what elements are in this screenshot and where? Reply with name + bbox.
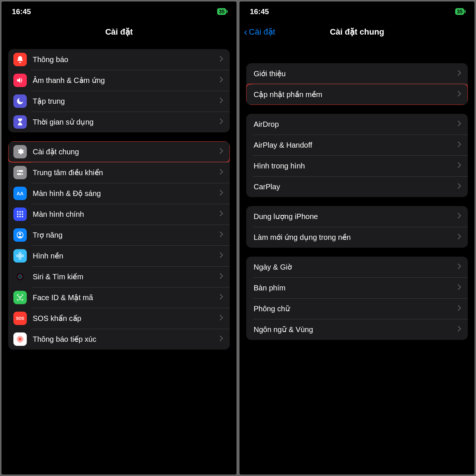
row-label: Âm thanh & Cảm ứng <box>33 76 219 85</box>
faceid-icon <box>13 291 27 304</box>
row-wallpaper[interactable]: Hình nền <box>8 245 230 266</box>
row-control-center[interactable]: Trung tâm điều khiển <box>8 162 230 183</box>
switches-icon <box>13 166 27 179</box>
svg-point-22 <box>19 257 21 260</box>
settings-group-1: Thông báoÂm thanh & Cảm ứngTập trungThời… <box>8 49 230 132</box>
chevron-right-icon <box>219 252 223 260</box>
svg-rect-12 <box>17 213 19 215</box>
svg-rect-15 <box>17 216 19 218</box>
svg-rect-16 <box>19 216 21 218</box>
flower-icon <box>13 249 27 263</box>
row-sounds[interactable]: Âm thanh & Cảm ứng <box>8 70 230 91</box>
svg-rect-10 <box>19 211 21 213</box>
row-label: Thông báo tiếp xúc <box>33 335 219 344</box>
chevron-right-icon <box>457 305 461 312</box>
svg-point-32 <box>19 338 21 340</box>
screen-general: 16:45 35 ‹ Cài đặt Cài đặt chung Giới th… <box>239 1 475 475</box>
svg-point-21 <box>19 253 21 255</box>
AA-icon: AA <box>13 187 27 200</box>
chevron-right-icon <box>457 162 461 170</box>
row-siri[interactable]: Siri & Tìm kiếm <box>8 266 230 287</box>
row-language-region[interactable]: Ngôn ngữ & Vùng <box>246 319 468 340</box>
row-label: Hình nền <box>33 251 219 260</box>
chevron-right-icon <box>219 335 223 343</box>
chevron-right-icon <box>219 148 223 155</box>
row-label: Làm mới ứng dụng trong nền <box>254 233 457 242</box>
svg-point-20 <box>19 255 21 257</box>
battery-icon: 35 <box>455 8 464 15</box>
row-sos[interactable]: SOSSOS khẩn cấp <box>8 308 230 329</box>
svg-point-5 <box>18 170 19 171</box>
gear-icon <box>13 145 27 158</box>
row-airplay-handoff[interactable]: AirPlay & Handoff <box>246 135 468 155</box>
chevron-right-icon <box>457 70 461 77</box>
row-label: Ngôn ngữ & Vùng <box>254 325 457 334</box>
row-iphone-storage[interactable]: Dung lượng iPhone <box>246 206 468 227</box>
chevron-right-icon <box>219 190 223 197</box>
page-title: Cài đặt chung <box>330 27 384 37</box>
chevron-right-icon <box>457 234 461 241</box>
row-pip[interactable]: Hình trong hình <box>246 155 468 176</box>
chevron-right-icon <box>219 97 223 105</box>
chevron-right-icon <box>457 213 461 220</box>
row-label: Bàn phím <box>254 284 457 292</box>
chevron-right-icon <box>219 315 223 322</box>
row-label: AirDrop <box>254 120 457 129</box>
row-general[interactable]: Cài đặt chung <box>8 141 230 162</box>
row-focus[interactable]: Tập trung <box>8 91 230 112</box>
chevron-right-icon <box>219 77 223 84</box>
row-date-time[interactable]: Ngày & Giờ <box>246 257 468 277</box>
chevron-right-icon <box>219 294 223 301</box>
chevron-right-icon <box>457 326 461 333</box>
moon-icon <box>13 94 27 108</box>
chevron-right-icon <box>219 210 223 218</box>
row-home-screen[interactable]: Màn hình chính <box>8 204 230 225</box>
svg-point-19 <box>19 233 21 235</box>
row-screentime[interactable]: Thời gian sử dụng <box>8 112 230 132</box>
row-accessibility[interactable]: Trợ năng <box>8 225 230 245</box>
svg-point-29 <box>19 296 19 297</box>
status-time: 16:45 <box>12 7 31 16</box>
svg-point-23 <box>17 255 19 257</box>
svg-rect-9 <box>17 211 19 213</box>
row-about[interactable]: Giới thiệu <box>246 63 468 84</box>
row-display[interactable]: AAMàn hình & Độ sáng <box>8 183 230 204</box>
row-label: Tập trung <box>33 97 219 106</box>
grid-icon <box>13 208 27 221</box>
row-faceid[interactable]: Face ID & Mật mã <box>8 287 230 308</box>
row-label: Giới thiệu <box>254 69 457 78</box>
chevron-right-icon <box>457 91 461 98</box>
general-group-3: Dung lượng iPhoneLàm mới ứng dụng trong … <box>246 206 468 248</box>
siri-icon <box>13 270 27 283</box>
back-button[interactable]: ‹ Cài đặt <box>244 27 275 37</box>
chevron-right-icon <box>219 231 223 239</box>
general-group-1: Giới thiệuCập nhật phần mềm <box>246 63 468 105</box>
row-label: Màn hình & Độ sáng <box>33 189 219 198</box>
row-airdrop[interactable]: AirDrop <box>246 114 468 135</box>
row-notifications[interactable]: Thông báo <box>8 49 230 70</box>
row-carplay[interactable]: CarPlay <box>246 176 468 197</box>
navbar: ‹ Cài đặt Cài đặt chung <box>239 22 475 42</box>
svg-rect-11 <box>22 211 23 213</box>
row-software-update[interactable]: Cập nhật phần mềm <box>246 84 468 105</box>
row-label: Hình trong hình <box>254 162 457 170</box>
row-keyboard[interactable]: Bàn phím <box>246 277 468 298</box>
general-group-4: Ngày & GiờBàn phímPhông chữNgôn ngữ & Vù… <box>246 257 468 340</box>
battery-icon: 35 <box>217 8 226 15</box>
chevron-right-icon <box>457 183 461 190</box>
row-label: SOS khẩn cấp <box>33 314 219 323</box>
row-background-refresh[interactable]: Làm mới ứng dụng trong nền <box>246 227 468 248</box>
row-fonts[interactable]: Phông chữ <box>246 298 468 319</box>
page-title: Cài đặt <box>105 27 133 37</box>
row-exposure[interactable]: Thông báo tiếp xúc <box>8 329 230 350</box>
general-group-2: AirDropAirPlay & HandoffHình trong hìnhC… <box>246 114 468 197</box>
svg-text:SOS: SOS <box>16 316 24 321</box>
svg-rect-17 <box>22 216 23 218</box>
chevron-right-icon <box>219 56 223 63</box>
chevron-right-icon <box>457 284 461 292</box>
row-label: Siri & Tìm kiếm <box>33 272 219 281</box>
row-label: Thông báo <box>33 55 219 64</box>
svg-rect-13 <box>19 213 21 215</box>
chevron-right-icon <box>219 169 223 176</box>
hourglass-icon <box>13 115 27 129</box>
